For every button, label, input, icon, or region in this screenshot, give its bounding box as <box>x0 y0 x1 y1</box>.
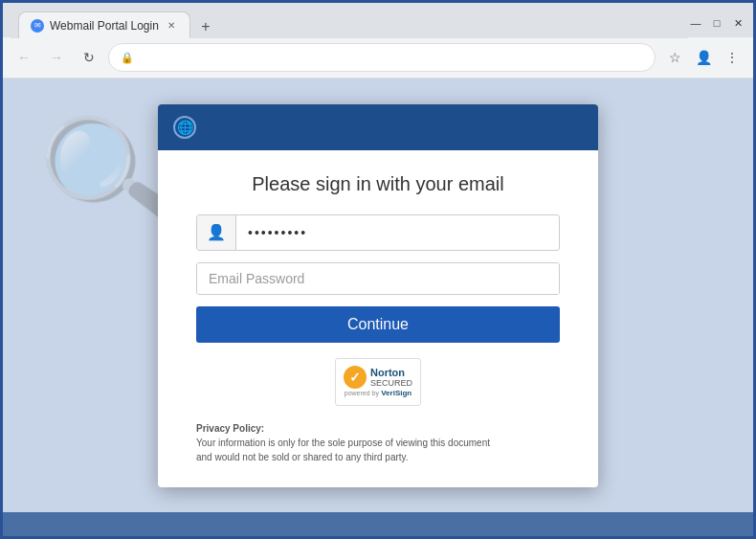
page-background: RF 🔍 🌐 Please sign in with your email 👤 … <box>3 79 753 512</box>
dialog-header: 🌐 <box>158 104 598 150</box>
address-bar: ← → ↻ 🔒 ☆ 👤 ⋮ <box>3 37 753 78</box>
refresh-button[interactable]: ↻ <box>76 44 102 71</box>
password-input[interactable] <box>197 263 559 294</box>
window-controls: — □ ✕ <box>688 15 745 31</box>
globe-icon: 🌐 <box>173 116 196 139</box>
menu-icon[interactable]: ⋮ <box>719 44 745 71</box>
back-button[interactable]: ← <box>11 44 37 71</box>
powered-by-text: powered by <box>345 390 379 396</box>
forward-button[interactable]: → <box>43 44 70 71</box>
tab-bar: ✉ Webmail Portal Login ✕ + <box>11 8 688 38</box>
tab-close-icon[interactable]: ✕ <box>165 19 178 33</box>
norton-secured-text: SECURED <box>370 378 412 388</box>
norton-label: Norton <box>370 367 412 378</box>
browser-chrome: ✉ Webmail Portal Login ✕ + — □ ✕ ← → ↻ 🔒… <box>3 3 753 79</box>
bookmark-icon[interactable]: ☆ <box>661 44 688 71</box>
login-dialog: 🌐 Please sign in with your email 👤 •••••… <box>158 104 598 487</box>
maximize-button[interactable]: □ <box>709 15 724 31</box>
privacy-title: Privacy Policy: <box>196 421 560 436</box>
privacy-body: Your information is only for the sole pu… <box>196 436 560 464</box>
dialog-title: Please sign in with your email <box>196 173 560 195</box>
password-input-group <box>196 262 560 295</box>
norton-verisign-row: powered by VeriSign <box>345 389 411 397</box>
active-tab[interactable]: ✉ Webmail Portal Login ✕ <box>18 11 190 38</box>
person-icon: 👤 <box>197 215 236 250</box>
privacy-section: Privacy Policy: Your information is only… <box>196 421 560 464</box>
norton-badge: ✓ Norton SECURED powered by VeriSign <box>196 358 560 406</box>
close-button[interactable]: ✕ <box>730 15 745 31</box>
norton-check-row: ✓ Norton SECURED <box>344 366 412 389</box>
new-tab-button[interactable]: + <box>194 15 217 38</box>
url-bar[interactable]: 🔒 <box>108 43 656 72</box>
toolbar-right: ☆ 👤 ⋮ <box>661 44 745 71</box>
title-bar: ✉ Webmail Portal Login ✕ + — □ ✕ <box>3 3 753 37</box>
continue-button[interactable]: Continue <box>196 306 560 343</box>
verisign-text: VeriSign <box>381 389 411 397</box>
profile-icon[interactable]: 👤 <box>690 44 717 71</box>
tab-favicon: ✉ <box>31 19 44 33</box>
tab-title: Webmail Portal Login <box>50 19 159 33</box>
email-input-group: 👤 ••••••••• <box>196 214 560 251</box>
norton-name: Norton SECURED <box>370 367 412 388</box>
lock-icon: 🔒 <box>121 52 134 64</box>
dialog-body: Please sign in with your email 👤 •••••••… <box>158 150 598 487</box>
masked-email-display: ••••••••• <box>236 217 559 248</box>
minimize-button[interactable]: — <box>688 15 703 31</box>
norton-seal: ✓ Norton SECURED powered by VeriSign <box>335 358 421 406</box>
norton-checkmark: ✓ <box>344 366 367 389</box>
